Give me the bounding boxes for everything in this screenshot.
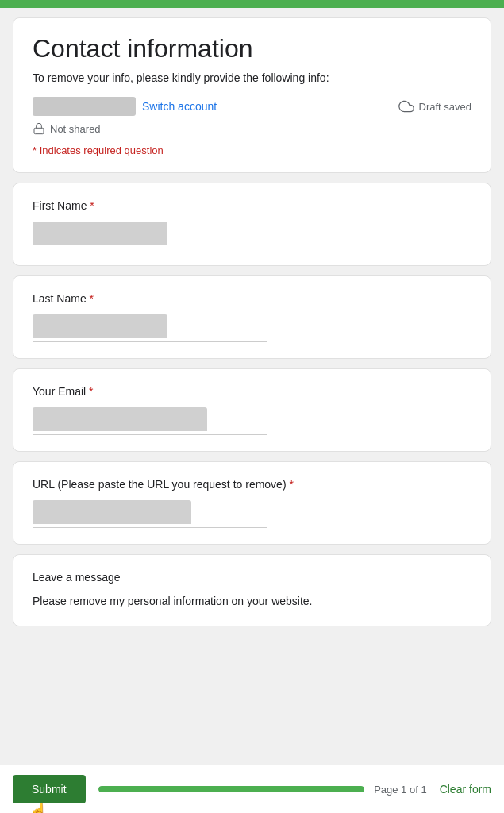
not-shared-label: Not shared <box>50 123 101 135</box>
switch-account-link[interactable]: Switch account <box>142 100 217 113</box>
svg-rect-0 <box>34 128 44 133</box>
first-name-required: * <box>90 199 94 212</box>
url-required: * <box>289 478 293 491</box>
submit-button[interactable]: Submit <box>13 775 86 803</box>
url-card: URL (Please paste the URL you request to… <box>13 461 491 545</box>
account-avatar <box>33 97 136 116</box>
email-required: * <box>89 385 93 398</box>
account-left: Switch account <box>33 97 217 116</box>
draft-saved: Draft saved <box>398 98 471 114</box>
subtitle: To remove your info, please kindly provi… <box>33 71 471 84</box>
required-notice: * Indicates required question <box>33 144 471 156</box>
page-title: Contact information <box>33 34 471 64</box>
submit-wrapper: Submit ☝ <box>13 775 86 803</box>
email-card: Your Email * <box>13 368 491 452</box>
last-name-card: Last Name * <box>13 275 491 359</box>
url-input-wrapper <box>33 500 471 528</box>
cursor-icon: ☝ <box>29 802 48 813</box>
header-card: Contact information To remove your info,… <box>13 17 491 173</box>
progress-bar-bg <box>98 786 365 792</box>
url-label: URL (Please paste the URL you request to… <box>33 478 471 491</box>
first-name-input-wrapper <box>33 222 471 249</box>
account-row: Switch account Draft saved <box>33 97 471 116</box>
first-name-card: First Name * <box>13 183 491 266</box>
draft-saved-label: Draft saved <box>419 101 471 113</box>
last-name-required: * <box>90 292 94 305</box>
email-label: Your Email * <box>33 385 471 398</box>
message-label: Leave a message <box>33 571 471 584</box>
message-card: Leave a message Please remove my persona… <box>13 554 491 626</box>
not-shared-icon <box>33 122 45 135</box>
last-name-label: Last Name * <box>33 292 471 305</box>
first-name-label: First Name * <box>33 199 471 212</box>
message-text: Please remove my personal information on… <box>33 593 471 610</box>
footer: Submit ☝ Page 1 of 1 Clear form <box>0 765 504 813</box>
email-input-wrapper <box>33 407 471 435</box>
page-content: Contact information To remove your info,… <box>0 8 504 813</box>
not-shared-row: Not shared <box>33 122 471 135</box>
page-indicator: Page 1 of 1 <box>374 784 427 796</box>
progress-container: Page 1 of 1 <box>98 784 427 796</box>
last-name-input-wrapper <box>33 314 471 342</box>
cloud-icon <box>398 98 414 114</box>
progress-bar-fill <box>98 786 365 792</box>
top-progress-bar <box>0 0 504 8</box>
clear-form-button[interactable]: Clear form <box>440 783 491 796</box>
